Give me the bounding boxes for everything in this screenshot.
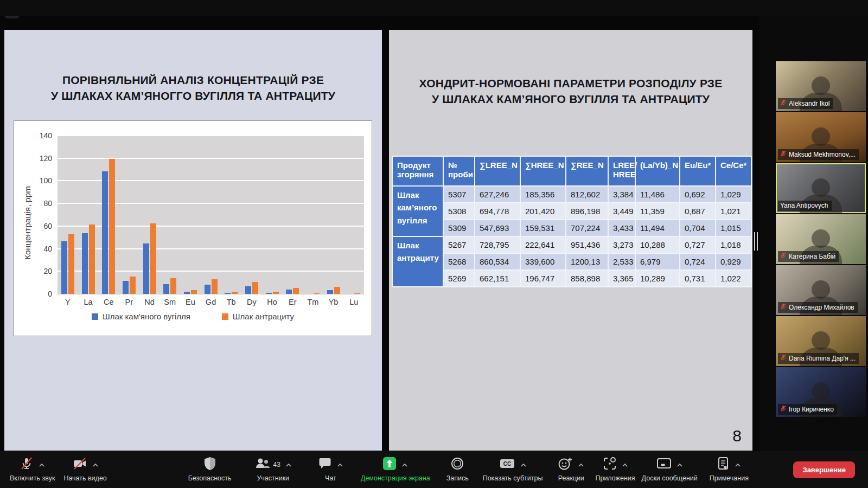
- table-cell: 662,151: [475, 270, 520, 287]
- bar-group-Lu: [343, 136, 364, 294]
- table-cell: 951,436: [566, 236, 608, 253]
- participant-name-tag: Олександр Михайлов: [778, 302, 858, 313]
- table-cell: 858,898: [566, 270, 608, 287]
- table-cell: 222,641: [520, 236, 566, 253]
- mic-off-icon: [20, 457, 34, 473]
- notes-icon: [717, 457, 730, 473]
- bar-group-Tb: [221, 136, 241, 294]
- toolbar-button-shield[interactable]: Безопасность: [188, 457, 232, 482]
- bar-group-Er: [282, 136, 303, 294]
- table-cell: 707,224: [566, 220, 608, 236]
- participant-tile[interactable]: Maksud Mekhmonov,...: [776, 112, 866, 162]
- chevron-up-icon[interactable]: [622, 460, 628, 470]
- y-tick-label: 40: [43, 245, 52, 253]
- table-header-cell: Eu/Eu*: [680, 156, 716, 186]
- table-row: 5309547,693159,531707,2243,43311,4940,70…: [392, 220, 751, 236]
- meeting-toolbar: Включить звукНачать видеоБезопасность43У…: [0, 451, 868, 488]
- shield-icon: [203, 457, 216, 473]
- chevron-up-icon[interactable]: [285, 460, 292, 470]
- participant-tile[interactable]: Daria Riumina Дар'я ...: [776, 316, 866, 366]
- participant-tile[interactable]: Ігор Кириченко: [776, 367, 866, 417]
- toolbar-button-chat[interactable]: Чат: [318, 457, 343, 482]
- table-cell: 694,778: [475, 203, 520, 220]
- table-header-cell: (La/Yb)_N: [635, 156, 680, 186]
- table-cell: 5267: [443, 236, 475, 253]
- table-cell: 5269: [443, 270, 475, 287]
- camera-off-icon: [72, 457, 87, 473]
- toolbar-button-participants[interactable]: 43Участники: [254, 457, 292, 482]
- chevron-up-icon[interactable]: [92, 460, 99, 470]
- toolbar-button-label: Доски сообщений: [642, 474, 698, 482]
- chevron-up-icon[interactable]: [676, 460, 683, 470]
- chevron-up-icon[interactable]: [39, 460, 45, 470]
- x-axis-label: Dy: [241, 298, 262, 306]
- table-cell: 896,198: [566, 203, 608, 220]
- table-cell: 547,693: [475, 220, 520, 236]
- table-cell: 0,727: [680, 236, 716, 253]
- participant-name: Ігор Кириченко: [789, 406, 834, 413]
- chevron-up-icon[interactable]: [337, 460, 343, 470]
- end-meeting-button[interactable]: Завершение: [793, 461, 855, 478]
- bar-series1-Pr: [123, 281, 129, 294]
- share-screen-icon: [382, 457, 397, 473]
- table-cell: 159,531: [520, 220, 566, 236]
- table-cell: 10,289: [635, 270, 680, 287]
- bar-series1-Sm: [163, 284, 169, 294]
- participant-tile[interactable]: Катерина Бабій: [776, 214, 866, 264]
- table-cell: 0,692: [680, 186, 716, 203]
- slide-bar-chart: ПОРІВНЯЛЬНИЙ АНАЛІЗ КОНЦЕНТРАЦІЙ РЗЕ У Ш…: [4, 30, 382, 451]
- participant-tile[interactable]: Aleksandr Ikol: [776, 61, 866, 111]
- chevron-up-icon[interactable]: [401, 460, 408, 470]
- chevron-up-icon[interactable]: [578, 460, 584, 470]
- y-tick-label: 80: [43, 199, 52, 208]
- toolbar-button-record[interactable]: Запись: [446, 457, 469, 482]
- table-header-cell: ∑REE_N: [566, 156, 608, 186]
- toolbar-button-apps[interactable]: Приложения: [595, 457, 635, 482]
- table-cell: 2,533: [608, 253, 635, 270]
- bar-group-Ce: [98, 136, 119, 294]
- x-axis-label: Eu: [180, 298, 201, 306]
- toolbar-button-whiteboard[interactable]: Доски сообщений: [642, 457, 698, 482]
- chat-icon: [318, 457, 332, 473]
- participant-tile[interactable]: Yana Antipovych: [776, 163, 866, 213]
- table-cell: 0,687: [680, 203, 716, 220]
- x-axis-label: Nd: [139, 298, 160, 306]
- muted-mic-icon: [780, 354, 787, 362]
- table-group-cell: Шлак кам’яного вугілля: [392, 186, 443, 236]
- participant-name-tag: Yana Antipovych: [778, 201, 832, 211]
- table-cell: 3,384: [608, 186, 635, 203]
- table-cell: 3,449: [608, 203, 635, 220]
- toolbar-button-mic-off[interactable]: Включить звук: [10, 457, 55, 482]
- sidebar-resize-handle[interactable]: [754, 232, 758, 251]
- toolbar-button-notes[interactable]: Примечания: [710, 457, 749, 482]
- bar-group-Tm: [303, 136, 323, 294]
- table-cell: 185,356: [520, 186, 566, 203]
- chevron-up-icon[interactable]: [735, 460, 741, 470]
- participant-tile[interactable]: Олександр Михайлов: [776, 265, 866, 315]
- bar-group-Sm: [159, 136, 180, 294]
- record-icon: [450, 457, 464, 473]
- table-header-cell: ∑HREE_N: [520, 156, 566, 186]
- toolbar-button-reactions[interactable]: Реакции: [558, 457, 584, 482]
- x-axis-label: Tb: [221, 298, 241, 306]
- left-slide-title-line1: ПОРІВНЯЛЬНИЙ АНАЛІЗ КОНЦЕНТРАЦІЙ РЗЕ: [4, 72, 382, 88]
- muted-mic-icon: [780, 405, 787, 413]
- table-row: 5308694,778201,420896,1983,44911,3590,68…: [392, 203, 751, 220]
- muted-mic-icon: [780, 252, 787, 260]
- table-cell: 0,724: [680, 253, 716, 270]
- bar-group-Dy: [241, 136, 262, 294]
- participant-name: Yana Antipovych: [780, 202, 828, 209]
- y-tick-label: 60: [43, 222, 52, 230]
- participants-sidebar: Aleksandr IkolMaksud Mekhmonov,...Yana A…: [760, 16, 868, 451]
- table-cell: 0,929: [716, 253, 751, 270]
- toolbar-button-label: Запись: [446, 474, 469, 482]
- toolbar-button-camera-off[interactable]: Начать видео: [63, 457, 106, 482]
- toolbar-button-share-screen[interactable]: Демонстрация экрана: [361, 457, 430, 482]
- table-cell: 1,015: [716, 220, 751, 236]
- chevron-up-icon[interactable]: [520, 460, 527, 470]
- table-row: Шлак антрациту5267728,795222,641951,4363…: [392, 236, 751, 253]
- x-axis-label: La: [78, 298, 99, 306]
- x-axis-label: Lu: [343, 298, 364, 306]
- legend-item: Шлак антрациту: [222, 312, 294, 321]
- toolbar-button-cc[interactable]: CCПоказать субтитры: [483, 457, 543, 482]
